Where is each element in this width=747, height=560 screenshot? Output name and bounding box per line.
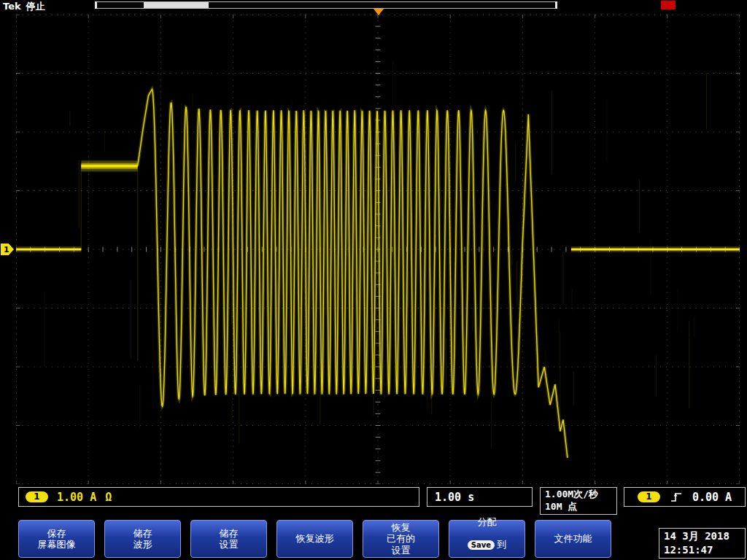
menu-save-screen-image-button[interactable]: 保存 屏幕图像: [18, 520, 95, 558]
soft-menu-row: 保存 屏幕图像 储存 波形 储存 设置 恢复波形 恢复 已有的 设置 分配 Sa…: [18, 520, 611, 558]
menu-recall-setup-button[interactable]: 恢复 已有的 设置: [363, 520, 439, 558]
trigger-readout: 1 0.00 A: [624, 487, 746, 507]
oscilloscope-screen: Tek 停止 1 1 1.00 A Ω 1.00 s 1.00M次/秒 10M …: [0, 0, 747, 560]
menu-save-setup-button[interactable]: 储存 设置: [190, 520, 267, 558]
menu-save-screen-image-label: 保存 屏幕图像: [38, 528, 76, 551]
stop-indicator: [661, 1, 676, 9]
menu-assign-save-button[interactable]: 分配 Save到 图像: [449, 520, 525, 558]
menu-assign-save-label: 分配 Save到 图像: [468, 505, 506, 560]
menu-save-waveform-label: 储存 波形: [133, 528, 152, 551]
waveform-display: [16, 15, 740, 484]
menu-save-setup-label: 储存 设置: [220, 528, 239, 551]
assign-line1: 分配: [477, 516, 496, 527]
record-view-highlight: [144, 2, 209, 8]
trigger-source-badge: 1: [638, 491, 660, 502]
date-value: 14 3月 2018: [664, 529, 745, 543]
graticule-and-trace: [16, 15, 740, 484]
menu-file-utilities-label: 文件功能: [554, 533, 592, 544]
channel-1-coupling: Ω: [105, 491, 112, 504]
menu-recall-waveform-button[interactable]: 恢复波形: [276, 520, 353, 558]
record-left-bracket-icon: [95, 1, 97, 9]
channel-1-marker: 1: [1, 244, 14, 255]
sample-rate-value: 1.00M次/秒: [545, 489, 598, 501]
acq-state-label: 停止: [26, 0, 45, 13]
menu-save-waveform-button[interactable]: 储存 波形: [104, 520, 181, 558]
timebase-readout: 1.00 s: [427, 487, 533, 507]
channel-1-readout: 1 1.00 A Ω: [18, 487, 419, 507]
channel-1-marker-label: 1: [4, 245, 9, 254]
time-value: 12:51:47: [664, 543, 745, 557]
acquisition-readout: 1.00M次/秒 10M 点: [540, 487, 617, 515]
acquisition-status: Tek 停止: [3, 0, 45, 12]
channel-1-badge: 1: [26, 491, 48, 502]
datetime-readout: 14 3月 2018 12:51:47: [659, 528, 746, 559]
trigger-level-value: 0.00 A: [692, 491, 732, 504]
record-right-bracket-icon: [555, 1, 557, 9]
assign-line2: 到: [497, 539, 506, 550]
timebase-value: 1.00 s: [435, 491, 474, 504]
menu-recall-waveform-label: 恢复波形: [296, 533, 334, 544]
record-view-bar: [95, 1, 557, 9]
channel-1-scale: 1.00 A: [57, 491, 96, 504]
record-length-value: 10M 点: [545, 501, 577, 513]
menu-recall-setup-label: 恢复 已有的 设置: [387, 522, 415, 556]
menu-file-utilities-button[interactable]: 文件功能: [535, 520, 611, 558]
rising-edge-icon: [670, 491, 682, 503]
brand-logo: Tek: [3, 1, 21, 12]
save-key-icon: Save: [468, 540, 495, 550]
